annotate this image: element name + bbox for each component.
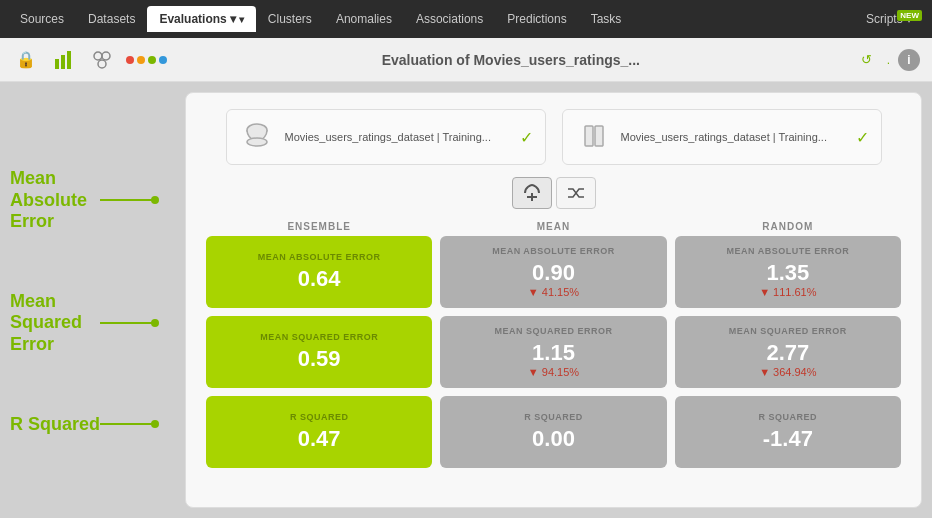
random-mae-change: ▼ 111.61% (759, 286, 816, 298)
new-badge: NEW (897, 10, 922, 21)
method-ensemble-btn[interactable] (512, 177, 552, 209)
page-wrapper: Sources Datasets Evaluations ▾ Clusters … (0, 0, 932, 518)
svg-point-7 (247, 138, 267, 146)
nav-associations[interactable]: Associations (404, 6, 495, 32)
dataset-icon (575, 118, 611, 156)
random-mae-value: 1.35 (766, 260, 809, 286)
random-mae-card: MEAN ABSOLUTE ERROR 1.35 ▼ 111.61% (675, 236, 901, 308)
label-r2-group: R Squared (10, 414, 170, 436)
info-icon[interactable]: i (898, 49, 920, 71)
nav-clusters[interactable]: Clusters (256, 6, 324, 32)
dataset-check-2: ✓ (856, 128, 869, 147)
mean-r2-value: 0.00 (532, 426, 575, 452)
ensemble-r2-card: R SQUARED 0.47 (206, 396, 432, 468)
random-mse-value: 2.77 (766, 340, 809, 366)
random-column: RANDOM MEAN ABSOLUTE ERROR 1.35 ▼ 111.61… (675, 221, 901, 468)
model-icon (239, 118, 275, 156)
connector-r2 (100, 423, 155, 425)
ensemble-mae-card: MEAN ABSOLUTE ERROR 0.64 (206, 236, 432, 308)
mean-r2-label: R SQUARED (524, 412, 583, 422)
mean-mse-label: MEAN SQUARED ERROR (494, 326, 612, 336)
svg-rect-8 (585, 126, 593, 146)
method-random-btn[interactable] (556, 177, 596, 209)
nav-datasets[interactable]: Datasets (76, 6, 147, 32)
dataset-check-1: ✓ (520, 128, 533, 147)
mean-mae-label: MEAN ABSOLUTE ERROR (492, 246, 615, 256)
nav-tasks[interactable]: Tasks (579, 6, 634, 32)
random-header: RANDOM (675, 221, 901, 232)
random-r2-value: -1.47 (763, 426, 813, 452)
ensemble-mse-value: 0.59 (298, 346, 341, 372)
random-mae-label: MEAN ABSOLUTE ERROR (726, 246, 849, 256)
inner-card: Movies_users_ratings_dataset | Training.… (185, 92, 922, 508)
dataset-name-2: Movies_users_ratings_dataset | Training.… (621, 131, 846, 143)
connector-mae (100, 199, 155, 201)
mean-mse-card: MEAN SQUARED ERROR 1.15 ▼ 94.15% (440, 316, 666, 388)
toolbar-title: Evaluation of Movies_users_ratings_... (177, 52, 845, 68)
main-card: Movies_users_ratings_dataset | Training.… (185, 92, 922, 508)
mean-column: MEAN MEAN ABSOLUTE ERROR 0.90 ▼ 41.15% M… (440, 221, 666, 468)
connector-mse (100, 322, 155, 324)
ensemble-mse-label: MEAN SQUARED ERROR (260, 332, 378, 342)
ensemble-column: ENSEMBLE MEAN ABSOLUTE ERROR 0.64 MEAN S… (206, 221, 432, 468)
mean-header: MEAN (440, 221, 666, 232)
dataset-card-2[interactable]: Movies_users_ratings_dataset | Training.… (562, 109, 882, 165)
ensemble-mse-card: MEAN SQUARED ERROR 0.59 (206, 316, 432, 388)
random-mse-label: MEAN SQUARED ERROR (729, 326, 847, 336)
method-row (206, 177, 901, 209)
mean-mae-card: MEAN ABSOLUTE ERROR 0.90 ▼ 41.15% (440, 236, 666, 308)
left-labels-panel: MeanAbsoluteError MeanSquaredError R Squ… (0, 38, 180, 518)
ensemble-header: ENSEMBLE (206, 221, 432, 232)
nav-scripts[interactable]: NEW Scripts ▾ (854, 6, 924, 32)
dataset-row: Movies_users_ratings_dataset | Training.… (206, 109, 901, 165)
top-nav: Sources Datasets Evaluations ▾ Clusters … (0, 0, 932, 38)
label-mae: MeanAbsoluteError (10, 168, 100, 233)
label-mse-group: MeanSquaredError (10, 291, 170, 356)
nav-anomalies[interactable]: Anomalies (324, 6, 404, 32)
random-r2-label: R SQUARED (759, 412, 818, 422)
label-mae-group: MeanAbsoluteError (10, 168, 170, 233)
mean-mse-change: ▼ 94.15% (528, 366, 579, 378)
random-mse-change: ▼ 364.94% (759, 366, 816, 378)
nav-sources[interactable]: Sources (8, 6, 76, 32)
nav-predictions[interactable]: Predictions (495, 6, 578, 32)
mean-mae-change: ▼ 41.15% (528, 286, 579, 298)
mean-mse-value: 1.15 (532, 340, 575, 366)
mean-mae-value: 0.90 (532, 260, 575, 286)
ensemble-mae-value: 0.64 (298, 266, 341, 292)
toolbar-right: ↺ . i (855, 48, 920, 72)
ensemble-r2-value: 0.47 (298, 426, 341, 452)
refresh-icon[interactable]: ↺ (855, 48, 879, 72)
nav-evaluations[interactable]: Evaluations ▾ (147, 6, 255, 32)
refresh-label: . (887, 53, 890, 67)
label-mse: MeanSquaredError (10, 291, 100, 356)
label-r2: R Squared (10, 414, 100, 436)
dataset-card-1[interactable]: Movies_users_ratings_dataset | Training.… (226, 109, 546, 165)
ensemble-r2-label: R SQUARED (290, 412, 349, 422)
mean-r2-card: R SQUARED 0.00 (440, 396, 666, 468)
dataset-name-1: Movies_users_ratings_dataset | Training.… (285, 131, 510, 143)
metrics-grid: ENSEMBLE MEAN ABSOLUTE ERROR 0.64 MEAN S… (206, 221, 901, 468)
random-r2-card: R SQUARED -1.47 (675, 396, 901, 468)
svg-rect-9 (595, 126, 603, 146)
ensemble-mae-label: MEAN ABSOLUTE ERROR (258, 252, 381, 262)
random-mse-card: MEAN SQUARED ERROR 2.77 ▼ 364.94% (675, 316, 901, 388)
